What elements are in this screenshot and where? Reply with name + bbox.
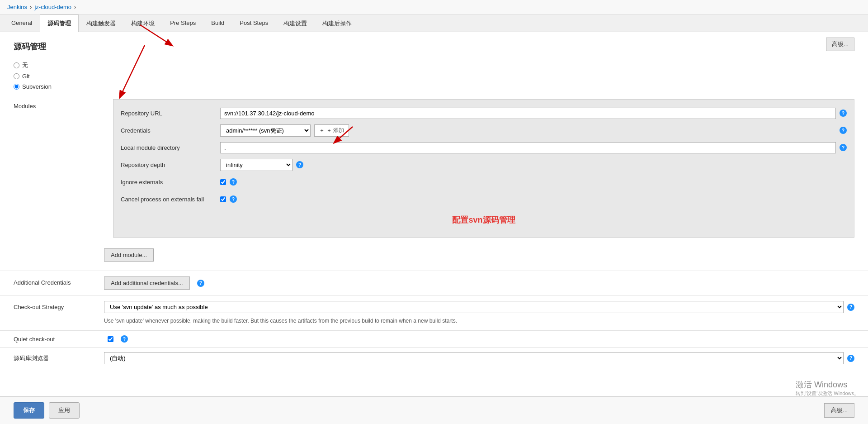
advanced-top-right: 高级... bbox=[826, 38, 854, 51]
cancel-externals-control: ? bbox=[220, 195, 847, 203]
repo-url-control: ? bbox=[220, 108, 847, 119]
bottom-toolbar: 保存 应用 高级... bbox=[0, 396, 868, 422]
credentials-select[interactable]: admin/****** (svn凭证) bbox=[220, 124, 311, 137]
repo-depth-control: infinity empty files immediates ? bbox=[220, 159, 847, 171]
source-browser-row: 源码库浏览器 (自动) ? bbox=[0, 347, 868, 369]
breadcrumb-sep2: › bbox=[74, 4, 76, 10]
repo-depth-select[interactable]: infinity empty files immediates bbox=[220, 159, 292, 171]
tab-general[interactable]: General bbox=[4, 14, 40, 32]
credentials-help-icon[interactable]: ? bbox=[840, 127, 847, 134]
checkout-strategy-desc: Use 'svn update' whenever possible, maki… bbox=[104, 317, 854, 325]
quiet-checkout-checkbox[interactable] bbox=[108, 336, 113, 342]
advanced-top-button[interactable]: 高级... bbox=[826, 38, 854, 51]
quiet-checkout-row: Quiet check-out ? bbox=[0, 330, 868, 347]
checkout-strategy-help-icon[interactable]: ? bbox=[847, 304, 854, 311]
ignore-externals-help-icon[interactable]: ? bbox=[230, 178, 237, 186]
local-dir-input[interactable] bbox=[220, 142, 836, 153]
repo-depth-help-icon[interactable]: ? bbox=[296, 161, 303, 168]
radio-none-label: 无 bbox=[22, 61, 28, 69]
local-dir-control: ? bbox=[220, 142, 847, 153]
credentials-inner: admin/****** (svn凭证) ＋ ＋ 添加 bbox=[220, 124, 836, 137]
tab-trigger[interactable]: 构建触发器 bbox=[79, 14, 123, 32]
checkout-strategy-section: Check-out Strategy Use 'svn update' as m… bbox=[0, 295, 868, 330]
add-cred-icon: ＋ bbox=[319, 127, 325, 134]
cancel-externals-checkbox[interactable] bbox=[220, 196, 226, 202]
add-additional-credentials-button[interactable]: Add additional credentials... bbox=[104, 276, 190, 290]
repo-depth-row: Repository depth infinity empty files im… bbox=[121, 158, 847, 171]
tab-build[interactable]: Build bbox=[203, 14, 232, 32]
cancel-externals-help-icon[interactable]: ? bbox=[230, 195, 237, 203]
credentials-row: Credentials admin/****** (svn凭证) ＋ ＋ 添加 bbox=[121, 124, 847, 137]
section-title: 源码管理 bbox=[14, 41, 854, 52]
save-button[interactable]: 保存 bbox=[14, 402, 44, 419]
source-browser-select[interactable]: (自动) bbox=[104, 352, 844, 364]
ignore-externals-checkbox[interactable] bbox=[220, 179, 226, 185]
ignore-externals-row: Ignore externals ? bbox=[121, 176, 847, 188]
local-dir-label: Local module directory bbox=[121, 144, 220, 151]
quiet-checkout-label: Quiet check-out bbox=[14, 336, 104, 343]
repo-url-label: Repository URL bbox=[121, 110, 220, 117]
tab-poststeps[interactable]: Post Steps bbox=[232, 14, 276, 32]
breadcrumb-project[interactable]: jz-cloud-demo bbox=[34, 4, 71, 10]
source-management-section: 高级... 源码管理 无 Git Subversion Modules bbox=[0, 32, 868, 271]
local-dir-help-icon[interactable]: ? bbox=[840, 144, 847, 151]
repo-url-input[interactable] bbox=[220, 108, 836, 119]
tab-yuanma[interactable]: 源码管理 bbox=[40, 14, 79, 32]
quiet-checkout-help-icon[interactable]: ? bbox=[121, 335, 128, 343]
ignore-externals-control: ? bbox=[220, 178, 847, 186]
checkout-strategy-select[interactable]: Use 'svn update' as much as possible Alw… bbox=[104, 301, 844, 313]
additional-credentials-section: Additional Credentials Add additional cr… bbox=[0, 271, 868, 295]
tab-postbuild[interactable]: 构建后操作 bbox=[315, 14, 359, 32]
cancel-externals-row: Cancel process on externals fail ? bbox=[121, 193, 847, 205]
modules-label: Modules bbox=[14, 99, 104, 262]
additional-credentials-label: Additional Credentials bbox=[14, 276, 104, 286]
cancel-externals-label: Cancel process on externals fail bbox=[121, 196, 220, 203]
credentials-control: admin/****** (svn凭证) ＋ ＋ 添加 ? bbox=[220, 124, 847, 137]
modules-section: Modules Repository URL ? Credentials bbox=[14, 99, 854, 262]
apply-button[interactable]: 应用 bbox=[49, 402, 80, 419]
checkout-strategy-label: Check-out Strategy bbox=[14, 304, 104, 310]
modules-content: Repository URL ? Credentials admin/* bbox=[104, 99, 854, 262]
radio-git-label: Git bbox=[22, 73, 30, 80]
modules-form-area: Repository URL ? Credentials admin/* bbox=[113, 99, 854, 238]
tab-bar: General 源码管理 构建触发器 构建环境 Pre Steps Build … bbox=[0, 14, 868, 32]
radio-none-input[interactable] bbox=[14, 62, 19, 68]
additional-credentials-help-icon[interactable]: ? bbox=[197, 280, 204, 287]
breadcrumb: Jenkins › jz-cloud-demo › bbox=[0, 0, 868, 14]
source-browser-label: 源码库浏览器 bbox=[14, 354, 104, 362]
scm-radio-group: 无 Git Subversion bbox=[14, 61, 854, 90]
repo-depth-label: Repository depth bbox=[121, 162, 220, 168]
radio-subversion[interactable]: Subversion bbox=[14, 83, 854, 90]
repo-url-row: Repository URL ? bbox=[121, 107, 847, 119]
radio-subversion-label: Subversion bbox=[22, 83, 52, 90]
tab-env[interactable]: 构建环境 bbox=[123, 14, 162, 32]
add-credentials-button[interactable]: ＋ ＋ 添加 bbox=[314, 124, 349, 137]
radio-git-input[interactable] bbox=[14, 73, 19, 79]
add-module-button[interactable]: Add module... bbox=[104, 248, 154, 262]
advanced-bottom-button[interactable]: 高级... bbox=[824, 403, 854, 418]
tab-buildsettings[interactable]: 构建设置 bbox=[276, 14, 315, 32]
breadcrumb-jenkins[interactable]: Jenkins bbox=[7, 4, 27, 10]
repo-url-help-icon[interactable]: ? bbox=[840, 110, 847, 117]
breadcrumb-sep1: › bbox=[30, 4, 32, 10]
annotation-text: 配置svn源码管理 bbox=[452, 215, 515, 224]
credentials-label: Credentials bbox=[121, 127, 220, 134]
source-browser-help-icon[interactable]: ? bbox=[847, 355, 854, 362]
local-dir-row: Local module directory ? bbox=[121, 141, 847, 154]
radio-git[interactable]: Git bbox=[14, 73, 854, 80]
annotation-area: 配置svn源码管理 bbox=[121, 210, 847, 230]
additional-credentials-content: Add additional credentials... ? bbox=[104, 276, 854, 290]
add-cred-label: ＋ 添加 bbox=[326, 127, 344, 134]
ignore-externals-label: Ignore externals bbox=[121, 179, 220, 186]
radio-subversion-input[interactable] bbox=[14, 84, 19, 90]
checkout-strategy-row: Check-out Strategy Use 'svn update' as m… bbox=[14, 301, 854, 313]
radio-none[interactable]: 无 bbox=[14, 61, 854, 69]
main-content: General 源码管理 构建触发器 构建环境 Pre Steps Build … bbox=[0, 14, 868, 422]
tab-presteps[interactable]: Pre Steps bbox=[162, 14, 203, 32]
